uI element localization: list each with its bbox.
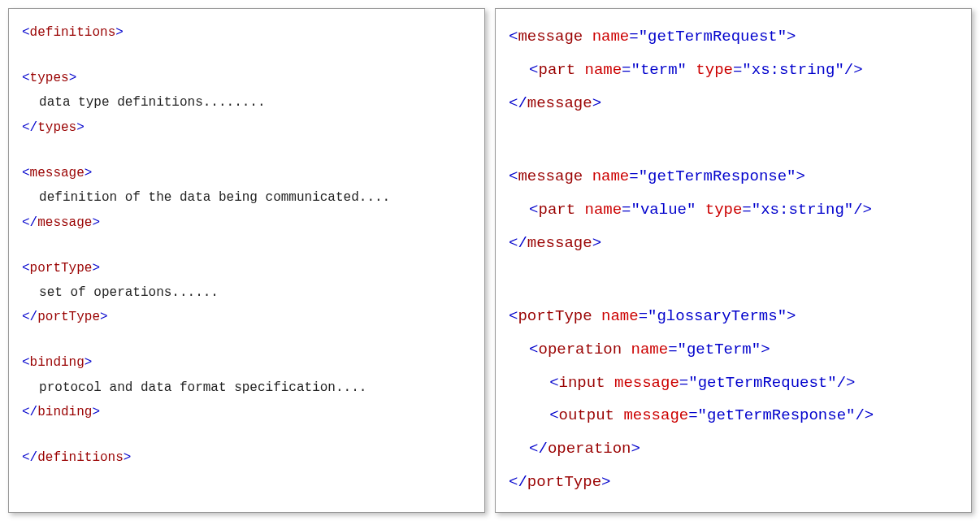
attr-message: message bbox=[614, 374, 679, 392]
code-line: <operation name="getTerm"> bbox=[509, 333, 958, 367]
text-types-body: data type definitions........ bbox=[39, 95, 265, 110]
tag-types-close: types bbox=[37, 120, 76, 135]
code-line: </portType> bbox=[509, 466, 958, 499]
tag-input: input bbox=[559, 374, 605, 392]
tag-porttype: portType bbox=[518, 307, 592, 325]
val-input-message: getTermRequest bbox=[698, 374, 828, 392]
tag-porttype-open: portType bbox=[30, 261, 93, 276]
tag-definitions-close: definitions bbox=[37, 450, 124, 465]
code-line: </binding> bbox=[22, 400, 471, 424]
tag-operation: operation bbox=[538, 341, 622, 358]
tag-operation-close: operation bbox=[548, 440, 631, 458]
code-line: <message> bbox=[22, 161, 471, 185]
code-line: <output message="getTermResponse"/> bbox=[509, 399, 958, 432]
code-line: </operation> bbox=[509, 432, 958, 466]
code-line: <binding> bbox=[22, 350, 471, 375]
code-line: set of operations...... bbox=[22, 280, 471, 305]
tag-output: output bbox=[559, 406, 614, 424]
tag-message: message bbox=[518, 28, 583, 46]
code-line: <portType> bbox=[22, 256, 471, 280]
val-msg1-part-name: term bbox=[640, 61, 678, 79]
code-line: </message> bbox=[509, 227, 958, 260]
blank-line bbox=[509, 259, 958, 280]
val-msg1-name: getTermRequest bbox=[648, 28, 778, 46]
blank-line bbox=[509, 120, 958, 141]
tag-part: part bbox=[538, 61, 575, 79]
attr-name: name bbox=[585, 201, 622, 219]
code-line: </message> bbox=[509, 87, 958, 120]
val-output-message: getTermResponse bbox=[707, 406, 846, 424]
code-line: <message name="getTermRequest"> bbox=[509, 20, 958, 54]
tag-porttype-close: portType bbox=[37, 310, 100, 324]
tag-porttype-close: portType bbox=[527, 473, 601, 491]
code-line: <part name="term" type="xs:string"/> bbox=[509, 54, 958, 87]
tag-part: part bbox=[538, 201, 575, 219]
code-line: </definitions> bbox=[22, 445, 471, 470]
val-msg2-part-type: xs:string bbox=[761, 201, 844, 219]
val-msg2-part-name: value bbox=[640, 201, 687, 219]
code-line: </message> bbox=[22, 211, 471, 235]
val-porttype-name: glossaryTerms bbox=[657, 307, 777, 325]
text-binding-body: protocol and data format specification..… bbox=[39, 380, 366, 395]
attr-type: type bbox=[696, 61, 733, 79]
tag-types-open: types bbox=[30, 71, 69, 85]
tag-message: message bbox=[518, 167, 583, 185]
code-line: <portType name="glossaryTerms"> bbox=[509, 300, 958, 333]
tag-message-open: message bbox=[30, 166, 85, 180]
code-line: data type definitions........ bbox=[22, 90, 471, 115]
blank-line bbox=[22, 330, 471, 351]
tag-message-close: message bbox=[37, 215, 92, 230]
code-line: </portType> bbox=[22, 305, 471, 329]
code-line: <types> bbox=[22, 66, 471, 90]
tag-binding-open: binding bbox=[30, 355, 85, 370]
code-line: <input message="getTermRequest"/> bbox=[509, 367, 958, 400]
val-msg1-part-type: xs:string bbox=[752, 61, 835, 79]
blank-line bbox=[22, 45, 471, 66]
attr-message: message bbox=[623, 406, 688, 424]
code-panel-wsdl-example: <message name="getTermRequest"> <part na… bbox=[495, 8, 972, 513]
text-message-body: definition of the data being communicate… bbox=[39, 190, 390, 205]
blank-line bbox=[509, 140, 958, 160]
code-line: <definitions> bbox=[22, 20, 471, 45]
attr-name: name bbox=[585, 61, 622, 79]
val-msg2-name: getTermResponse bbox=[648, 167, 787, 185]
text-porttype-body: set of operations...... bbox=[39, 285, 219, 300]
attr-name: name bbox=[601, 307, 639, 325]
blank-line bbox=[22, 235, 471, 256]
attr-name: name bbox=[631, 341, 669, 358]
attr-name: name bbox=[592, 28, 630, 46]
blank-line bbox=[22, 140, 471, 161]
tag-message-close: message bbox=[527, 94, 592, 112]
tag-binding-close: binding bbox=[37, 405, 92, 419]
code-panel-wsdl-skeleton: <definitions> <types> data type definiti… bbox=[8, 8, 485, 513]
attr-type: type bbox=[705, 201, 743, 219]
code-line: definition of the data being communicate… bbox=[22, 185, 471, 210]
code-line: <part name="value" type="xs:string"/> bbox=[509, 193, 958, 227]
code-line: </types> bbox=[22, 115, 471, 140]
blank-line bbox=[22, 424, 471, 445]
code-line: <message name="getTermResponse"> bbox=[509, 160, 958, 193]
tag-definitions-open: definitions bbox=[30, 25, 116, 40]
tag-message-close: message bbox=[527, 234, 592, 252]
code-line: protocol and data format specification..… bbox=[22, 376, 471, 400]
attr-name: name bbox=[592, 167, 630, 185]
blank-line bbox=[509, 280, 958, 300]
val-operation-name: getTerm bbox=[687, 341, 752, 358]
